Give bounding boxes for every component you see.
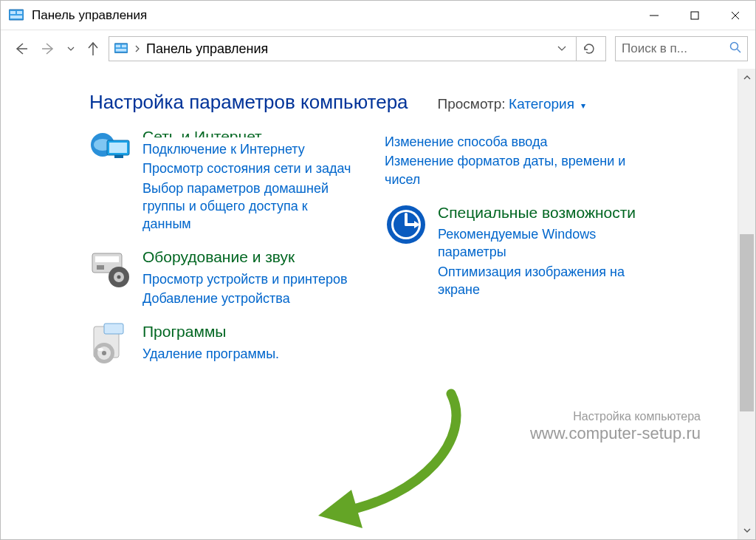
heading-row: Настройка параметров компьютера Просмотр… [89, 91, 715, 114]
link-date-time-formats[interactable]: Изменение форматов даты, времени и чисел [385, 152, 650, 188]
link-add-device[interactable]: Добавление устройства [142, 290, 355, 307]
search-placeholder: Поиск в п... [622, 41, 725, 56]
link-uninstall-program[interactable]: Удаление программы. [142, 345, 355, 363]
svg-rect-13 [122, 45, 126, 48]
svg-rect-19 [109, 143, 127, 153]
link-recommended-settings[interactable]: Рекомендуемые Windows параметры [438, 225, 650, 262]
watermark-small: Настройка компьютера [530, 409, 701, 423]
category-ease-of-access: Специальные возможности Рекомендуемые Wi… [385, 203, 650, 300]
category-programs: Программы Удаление программы. [89, 322, 355, 365]
svg-rect-28 [104, 324, 123, 334]
svg-rect-14 [116, 49, 126, 52]
close-button[interactable] [715, 1, 755, 30]
address-bar[interactable]: Панель управления [109, 36, 606, 61]
history-dropdown[interactable] [64, 42, 78, 55]
svg-rect-12 [116, 45, 120, 48]
link-input-method[interactable]: Изменение способа ввода [385, 133, 650, 151]
view-label: Просмотр: [438, 96, 506, 112]
link-devices-printers[interactable]: Просмотр устройств и принтеров [142, 270, 355, 288]
scroll-thumb[interactable] [740, 234, 754, 411]
up-button[interactable] [80, 36, 106, 61]
location-icon [114, 41, 128, 56]
content-wrap: Настройка параметров компьютера Просмотр… [1, 69, 755, 539]
category-title-programs[interactable]: Программы [142, 322, 355, 341]
right-column: Изменение способа ввода Изменение формат… [385, 129, 650, 313]
network-icon [89, 129, 132, 171]
watermark-url: www.computer-setup.ru [530, 424, 701, 443]
svg-line-16 [738, 49, 741, 52]
category-title-hardware[interactable]: Оборудование и звук [142, 247, 355, 267]
svg-point-15 [731, 42, 738, 49]
watermark: Настройка компьютера www.computer-setup.… [530, 409, 701, 443]
left-column: Сеть и Интернет Подключение к Интернету … [89, 129, 355, 378]
category-hardware: Оборудование и звук Просмотр устройств и… [89, 247, 355, 309]
programs-icon [89, 322, 132, 365]
svg-rect-5 [691, 12, 698, 19]
svg-rect-2 [17, 11, 22, 14]
page-heading: Настройка параметров компьютера [89, 91, 408, 114]
back-button[interactable] [8, 36, 33, 61]
svg-point-32 [97, 348, 103, 351]
link-homegroup-sharing[interactable]: Выбор параметров домашней группы и общег… [142, 180, 355, 233]
svg-rect-3 [10, 16, 22, 18]
navbar: Панель управления Поиск в п... [1, 30, 755, 67]
view-dropdown[interactable]: Категория ▾ [509, 96, 585, 112]
titlebar: Панель управления [1, 1, 755, 30]
control-panel-icon [8, 7, 24, 24]
window-title: Панель управления [32, 8, 147, 23]
category-title-ease[interactable]: Специальные возможности [438, 203, 650, 222]
svg-rect-23 [97, 265, 104, 270]
window-controls [633, 1, 755, 30]
breadcrumb-item[interactable]: Панель управления [146, 41, 268, 57]
svg-point-26 [117, 276, 121, 279]
link-network-status[interactable]: Просмотр состояния сети и задач [142, 160, 355, 177]
vertical-scrollbar[interactable] [738, 69, 755, 539]
search-input[interactable]: Поиск в п... [615, 36, 748, 61]
link-optimize-display[interactable]: Оптимизация изображения на экране [438, 263, 650, 299]
minimize-button[interactable] [633, 1, 674, 30]
refresh-button[interactable] [576, 36, 601, 61]
scroll-down-button[interactable] [738, 522, 755, 539]
content: Настройка параметров компьютера Просмотр… [1, 69, 738, 539]
category-region: Изменение способа ввода Изменение формат… [385, 133, 650, 190]
maximize-button[interactable] [674, 1, 715, 30]
address-dropdown[interactable] [553, 44, 571, 54]
svg-rect-22 [95, 256, 119, 262]
annotation-arrow [303, 386, 495, 534]
chevron-down-icon: ▾ [581, 100, 585, 111]
category-columns: Сеть и Интернет Подключение к Интернету … [89, 129, 715, 378]
scroll-up-button[interactable] [738, 69, 755, 86]
category-network: Сеть и Интернет Подключение к Интернету … [89, 129, 355, 234]
category-title-network: Сеть и Интернет [142, 129, 355, 137]
svg-rect-1 [10, 11, 16, 14]
ease-of-access-icon [385, 203, 427, 246]
scroll-track[interactable] [738, 86, 755, 522]
hardware-icon [89, 247, 132, 290]
svg-point-31 [102, 351, 106, 355]
link-connect-internet[interactable]: Подключение к Интернету [142, 140, 355, 158]
forward-button[interactable] [36, 36, 61, 61]
svg-rect-20 [114, 155, 123, 158]
breadcrumb-sep-icon [134, 44, 140, 55]
search-icon [729, 41, 741, 57]
view-by: Просмотр: Категория ▾ [438, 96, 586, 112]
view-value-text: Категория [509, 96, 574, 112]
